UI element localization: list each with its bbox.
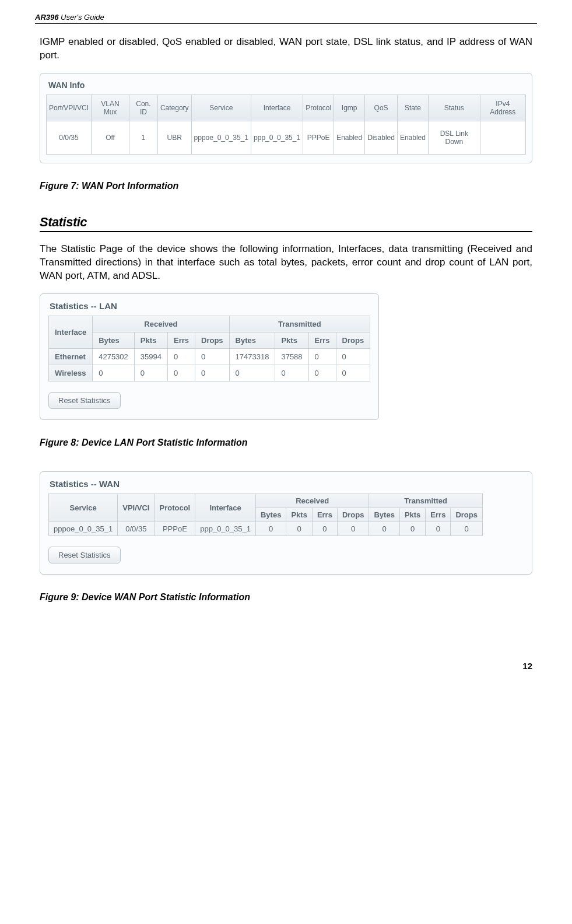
wan-stats-td: 0: [426, 522, 451, 536]
lan-td: 4275302: [93, 348, 135, 365]
figure-8-caption: Figure 8: Device LAN Port Statistic Info…: [40, 438, 532, 448]
lan-td: 37588: [275, 348, 308, 365]
table-row: 0/0/35 Off 1 UBR pppoe_0_0_35_1 ppp_0_0_…: [47, 121, 526, 154]
wan-stats-title: Statistics -- WAN: [50, 479, 524, 489]
lan-th-interface: Interface: [49, 316, 93, 348]
wan-td: Disabled: [365, 121, 398, 154]
table-row: Wireless 0 0 0 0 0 0 0 0: [49, 365, 370, 381]
wan-stats-th: Transmitted: [369, 494, 482, 508]
lan-td: 0: [336, 348, 370, 365]
wan-th: Status: [428, 94, 480, 121]
figure-7-caption: Figure 7: WAN Port Information: [40, 181, 532, 191]
statistic-paragraph: The Statistic Page of the device shows t…: [35, 243, 537, 283]
wan-stats-th: Received: [255, 494, 369, 508]
lan-th-received: Received: [93, 316, 229, 332]
lan-td: 0: [167, 348, 195, 365]
table-row: pppoe_0_0_35_1 0/0/35 PPPoE ppp_0_0_35_1…: [49, 522, 483, 536]
wan-th: Service: [191, 94, 251, 121]
lan-th-transmitted: Transmitted: [229, 316, 370, 332]
lan-td: 0: [308, 348, 336, 365]
lan-td: 0: [195, 365, 230, 381]
wan-th: Igmp: [334, 94, 365, 121]
wan-info-title: WAN Info: [48, 80, 526, 90]
wan-td: Enabled: [334, 121, 365, 154]
wan-stats-td: 0: [286, 522, 312, 536]
wan-td: Enabled: [397, 121, 428, 154]
wan-th: Con. ID: [129, 94, 158, 121]
wan-td: Off: [92, 121, 129, 154]
wan-stats-td: 0: [312, 522, 337, 536]
wan-stats-sub-th: Bytes: [369, 508, 399, 522]
intro-paragraph: IGMP enabled or disabled, QoS enabled or…: [35, 36, 537, 62]
header-suffix: User's Guide: [58, 13, 104, 22]
lan-td: 0: [134, 365, 167, 381]
wan-stats-th: Service: [49, 494, 118, 522]
wan-stats-panel: Statistics -- WAN Service VPI/VCI Protoc…: [40, 471, 532, 575]
wan-td: UBR: [157, 121, 191, 154]
wan-th: State: [397, 94, 428, 121]
lan-iface: Ethernet: [49, 348, 93, 365]
reset-statistics-button[interactable]: Reset Statistics: [48, 547, 121, 564]
wan-td: DSL Link Down: [428, 121, 480, 154]
lan-sub-th: Errs: [167, 332, 195, 348]
wan-stats-td: 0: [337, 522, 369, 536]
wan-stats-sub-th: Drops: [451, 508, 483, 522]
wan-stats-sub-th: Errs: [312, 508, 337, 522]
lan-sub-th: Pkts: [134, 332, 167, 348]
lan-td: 0: [275, 365, 308, 381]
lan-td: 0: [308, 365, 336, 381]
lan-sub-th: Pkts: [275, 332, 308, 348]
wan-th: Port/VPI/VCI: [47, 94, 92, 121]
lan-sub-th: Bytes: [93, 332, 135, 348]
wan-td: 0/0/35: [47, 121, 92, 154]
lan-td: 0: [93, 365, 135, 381]
page-number: 12: [35, 661, 537, 671]
wan-stats-th: Protocol: [155, 494, 195, 522]
wan-stats-th: Interface: [195, 494, 256, 522]
lan-iface: Wireless: [49, 365, 93, 381]
lan-sub-th: Drops: [195, 332, 230, 348]
wan-th: Category: [157, 94, 191, 121]
wan-th: Interface: [251, 94, 303, 121]
wan-stats-table: Service VPI/VCI Protocol Interface Recei…: [48, 494, 483, 536]
table-row: Ethernet 4275302 35994 0 0 17473318 3758…: [49, 348, 370, 365]
wan-th: IPv4 Address: [480, 94, 525, 121]
wan-stats-td: 0/0/35: [118, 522, 155, 536]
wan-th: Protocol: [303, 94, 334, 121]
wan-stats-sub-th: Drops: [337, 508, 369, 522]
wan-td: pppoe_0_0_35_1: [191, 121, 251, 154]
lan-stats-table: Interface Received Transmitted Bytes Pkt…: [48, 316, 370, 382]
lan-sub-th: Errs: [308, 332, 336, 348]
wan-stats-td: 0: [451, 522, 483, 536]
wan-stats-td: 0: [369, 522, 399, 536]
section-heading-statistic: Statistic: [40, 215, 532, 232]
wan-td: [480, 121, 525, 154]
wan-th: QoS: [365, 94, 398, 121]
lan-td: 35994: [134, 348, 167, 365]
lan-stats-panel: Statistics -- LAN Interface Received Tra…: [40, 293, 379, 420]
lan-stats-title: Statistics -- LAN: [50, 301, 370, 311]
lan-sub-th: Drops: [336, 332, 370, 348]
wan-td: PPPoE: [303, 121, 334, 154]
lan-td: 17473318: [229, 348, 275, 365]
wan-td: 1: [129, 121, 158, 154]
lan-td: 0: [195, 348, 230, 365]
wan-stats-sub-th: Bytes: [255, 508, 286, 522]
wan-stats-td: 0: [399, 522, 425, 536]
page-header: AR396 User's Guide: [35, 12, 537, 24]
lan-td: 0: [167, 365, 195, 381]
lan-td: 0: [336, 365, 370, 381]
wan-stats-sub-th: Errs: [426, 508, 451, 522]
wan-stats-sub-th: Pkts: [399, 508, 425, 522]
lan-td: 0: [229, 365, 275, 381]
wan-stats-td: ppp_0_0_35_1: [195, 522, 256, 536]
wan-stats-td: pppoe_0_0_35_1: [49, 522, 118, 536]
reset-statistics-button[interactable]: Reset Statistics: [48, 392, 121, 409]
header-model: AR396: [35, 13, 58, 22]
wan-td: ppp_0_0_35_1: [251, 121, 303, 154]
wan-stats-td: PPPoE: [155, 522, 195, 536]
wan-stats-sub-th: Pkts: [286, 508, 312, 522]
wan-info-table: Port/VPI/VCI VLAN Mux Con. ID Category S…: [46, 94, 526, 155]
wan-info-panel: WAN Info Port/VPI/VCI VLAN Mux Con. ID C…: [40, 73, 532, 163]
wan-stats-th: VPI/VCI: [118, 494, 155, 522]
